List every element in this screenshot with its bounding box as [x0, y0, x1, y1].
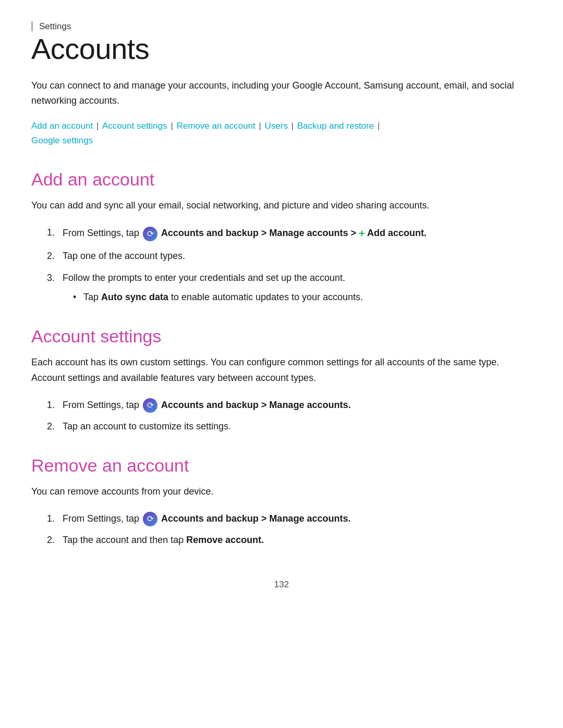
intro-text: You can connect to and manage your accou… — [31, 78, 532, 108]
section-desc-add-account: You can add and sync all your email, soc… — [31, 198, 532, 214]
section-title-remove-account: Remove an account — [31, 455, 532, 476]
separator-3: | — [256, 121, 264, 131]
separator-1: | — [94, 121, 101, 131]
settings-icon-2 — [143, 398, 157, 413]
bullet-text-before: Tap — [83, 292, 101, 302]
ra-step2-bold: Remove account. — [186, 535, 264, 545]
step1-bold-text: Accounts and backup > Manage accounts > — [161, 228, 359, 238]
ra-step2-text: Tap the account and then tap — [63, 535, 186, 545]
nav-link-google[interactable]: Google settings — [31, 135, 93, 145]
settings-breadcrumb: Settings — [31, 21, 532, 32]
step3-bullets: Tap Auto sync data to enable automatic u… — [63, 290, 532, 305]
nav-link-remove-account[interactable]: Remove an account — [177, 121, 255, 131]
section-desc-account-settings: Each account has its own custom settings… — [31, 355, 532, 386]
section-account-settings: Account settings Each account has its ow… — [31, 326, 532, 435]
separator-2: | — [168, 121, 176, 131]
step1-bold-text2: Add account. — [365, 228, 426, 238]
separator-4: | — [289, 121, 296, 131]
section-title-add-account: Add an account — [31, 169, 532, 190]
add-account-step-2: Tap one of the account types. — [47, 249, 532, 264]
account-settings-step-1: From Settings, tap Accounts and backup >… — [47, 398, 532, 413]
nav-link-account-settings[interactable]: Account settings — [102, 121, 167, 131]
bullet-text-after: to enable automatic updates to your acco… — [168, 292, 363, 302]
remove-account-steps: From Settings, tap Accounts and backup >… — [31, 511, 532, 548]
nav-link-backup[interactable]: Backup and restore — [297, 121, 374, 131]
settings-icon-1 — [143, 227, 157, 241]
bullet-auto-sync: Tap Auto sync data to enable automatic u… — [73, 290, 532, 305]
add-account-step-3: Follow the prompts to enter your credent… — [47, 270, 532, 305]
add-account-step-1: From Settings, tap Accounts and backup >… — [47, 225, 532, 242]
step2-text: Tap one of the account types. — [63, 251, 185, 261]
account-settings-steps: From Settings, tap Accounts and backup >… — [31, 398, 532, 435]
step3-text: Follow the prompts to enter your credent… — [63, 273, 345, 283]
page-title: Accounts — [31, 32, 532, 66]
add-account-steps: From Settings, tap Accounts and backup >… — [31, 225, 532, 305]
section-add-account: Add an account You can add and sync all … — [31, 169, 532, 305]
section-desc-remove-account: You can remove accounts from your device… — [31, 484, 532, 500]
nav-link-users[interactable]: Users — [265, 121, 288, 131]
settings-icon-3 — [143, 512, 157, 526]
section-title-account-settings: Account settings — [31, 326, 532, 347]
nav-link-add-account[interactable]: Add an account — [31, 121, 93, 131]
as-step1-bold: Accounts and backup > Manage accounts. — [161, 400, 351, 410]
bullet-bold: Auto sync data — [101, 292, 168, 302]
settings-label: Settings — [31, 21, 71, 31]
page-number: 132 — [31, 579, 532, 590]
nav-links: Add an account | Account settings | Remo… — [31, 119, 532, 149]
ra-step1-bold: Accounts and backup > Manage accounts. — [161, 513, 351, 524]
remove-account-step-2: Tap the account and then tap Remove acco… — [47, 533, 532, 548]
as-step2-text: Tap an account to customize its settings… — [63, 421, 231, 431]
as-step1-text-before: From Settings, tap — [63, 400, 142, 410]
add-plus-icon: + — [359, 225, 365, 242]
step1-text-before: From Settings, tap — [63, 228, 142, 238]
remove-account-step-1: From Settings, tap Accounts and backup >… — [47, 511, 532, 527]
separator-5: | — [375, 121, 380, 131]
account-settings-step-2: Tap an account to customize its settings… — [47, 419, 532, 435]
section-remove-account: Remove an account You can remove account… — [31, 455, 532, 548]
ra-step1-text-before: From Settings, tap — [63, 513, 142, 524]
